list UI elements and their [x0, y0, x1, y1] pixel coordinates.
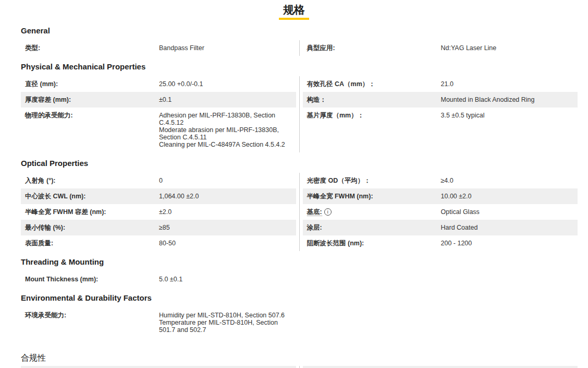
spec-row: 物理的承受能力: Adhesion per MIL-PRF-13830B, Se…	[21, 108, 578, 152]
spec-label-text: 基片厚度（mm）：	[307, 112, 364, 119]
spec-section: General 类型: Bandpass Filter 典型应用: Nd:YAG…	[21, 26, 578, 56]
spec-label: 半峰全宽 FWHM (nm):	[307, 193, 441, 200]
spec-cell-right: 光密度 OD（平均）： ≥4.0	[303, 173, 578, 188]
spec-label: 环境承受能力:	[25, 312, 159, 319]
spec-cell-right: 有效孔径 CA（mm）： 21.0	[303, 76, 578, 92]
spec-label-text: 涂层:	[307, 224, 322, 231]
section-rows: RoHS 2015: 符合标准 Certificate of Conforman…	[21, 366, 578, 368]
section-heading: 合规性	[21, 353, 578, 363]
spec-label-text: 中心波长 CWL (nm):	[25, 193, 85, 200]
column-divider	[296, 40, 303, 56]
spec-value: 1,064.00 ±2.0	[159, 193, 293, 200]
column-divider	[296, 307, 303, 338]
spec-row: 半峰全宽 FWHM 容差 (nm): ±2.0 基底:i Optical Gla…	[21, 204, 578, 220]
spec-value: Hard Coated	[441, 224, 575, 231]
spec-label-text: 半峰全宽 FWHM 容差 (nm):	[25, 208, 106, 216]
spec-cell-left: 厚度容差 (mm): ±0.1	[21, 92, 296, 108]
spec-cell-left: 直径 (mm): 25.00 +0.0/-0.1	[21, 76, 296, 92]
spec-value: 200 - 1200	[441, 240, 575, 247]
spec-row: 中心波长 CWL (nm): 1,064.00 ±2.0 半峰全宽 FWHM (…	[21, 188, 578, 204]
column-divider	[296, 188, 303, 204]
spec-value: 3.5 ±0.5 typical	[441, 112, 575, 119]
spec-label: 阻断波长范围 (nm):	[307, 240, 441, 247]
spec-row: 环境承受能力: Humidity per MIL-STD-810H, Secti…	[21, 307, 578, 338]
spec-cell-left: 类型: Bandpass Filter	[21, 40, 296, 56]
spec-row: 类型: Bandpass Filter 典型应用: Nd:YAG Laser L…	[21, 40, 578, 56]
spec-label: 最小传输 (%):	[25, 224, 159, 231]
column-divider	[296, 173, 303, 188]
spec-cell-left: 半峰全宽 FWHM 容差 (nm): ±2.0	[21, 204, 296, 220]
section-rows: 类型: Bandpass Filter 典型应用: Nd:YAG Laser L…	[21, 40, 578, 56]
spec-section: Threading & Mounting Mount Thickness (mm…	[21, 257, 578, 287]
specifications-page: 规格 General 类型: Bandpass Filter 典型应用: Nd:…	[0, 0, 588, 368]
section-rows: 环境承受能力: Humidity per MIL-STD-810H, Secti…	[21, 307, 578, 338]
spec-label-text: 入射角 (°):	[25, 177, 55, 184]
spec-cell-left: Mount Thickness (mm): 5.0 ±0.1	[21, 271, 296, 287]
spec-value: ≥85	[159, 224, 293, 231]
spec-cell-right: 基底:i Optical Glass	[303, 204, 578, 220]
spec-cell-right: 涂层: Hard Coated	[303, 220, 578, 235]
spec-section: Physical & Mechanical Properties 直径 (mm)…	[21, 62, 578, 152]
spec-row: 厚度容差 (mm): ±0.1 构造： Mounted in Black Ano…	[21, 92, 578, 108]
info-icon[interactable]: i	[324, 208, 332, 216]
section-rows: Mount Thickness (mm): 5.0 ±0.1	[21, 271, 578, 287]
spec-value: Adhesion per MIL-PRF-13830B, Section C.4…	[159, 112, 293, 148]
spec-row: 直径 (mm): 25.00 +0.0/-0.1 有效孔径 CA（mm）： 21…	[21, 76, 578, 92]
spec-value: 5.0 ±0.1	[159, 276, 293, 283]
section-heading: Optical Properties	[21, 159, 578, 168]
spec-label: 类型:	[25, 44, 159, 52]
spec-label: 半峰全宽 FWHM 容差 (nm):	[25, 208, 159, 216]
spec-row: 表面质量: 80-50 阻断波长范围 (nm): 200 - 1200	[21, 235, 578, 251]
column-divider	[296, 366, 303, 368]
spec-value: Mounted in Black Anodized Ring	[441, 96, 575, 103]
spec-value: Nd:YAG Laser Line	[441, 44, 575, 52]
spec-label: 典型应用:	[307, 44, 441, 52]
spec-row: RoHS 2015: 符合标准 Certificate of Conforman…	[21, 366, 578, 368]
spec-label-text: 光密度 OD（平均）：	[307, 177, 371, 184]
spec-label-text: 环境承受能力:	[25, 312, 66, 319]
spec-sections-container: General 类型: Bandpass Filter 典型应用: Nd:YAG…	[21, 26, 578, 368]
spec-section: Optical Properties 入射角 (°): 0 光密度 OD（平均）…	[21, 159, 578, 251]
spec-label-text: 表面质量:	[25, 240, 53, 247]
spec-label: 物理的承受能力:	[25, 112, 159, 119]
spec-cell-left: 中心波长 CWL (nm): 1,064.00 ±2.0	[21, 188, 296, 204]
spec-row: 入射角 (°): 0 光密度 OD（平均）： ≥4.0	[21, 173, 578, 188]
spec-label-text: 厚度容差 (mm):	[25, 96, 71, 103]
spec-cell-right: 典型应用: Nd:YAG Laser Line	[303, 40, 578, 56]
section-heading: Threading & Mounting	[21, 257, 578, 267]
section-rows: 入射角 (°): 0 光密度 OD（平均）： ≥4.0 中心波长 CWL (nm…	[21, 173, 578, 251]
spec-value: 0	[159, 177, 293, 184]
spec-value: Optical Glass	[441, 208, 575, 216]
spec-cell-right: 半峰全宽 FWHM (nm): 10.00 ±2.0	[303, 188, 578, 204]
spec-value: Humidity per MIL-STD-810H, Section 507.6…	[159, 312, 293, 334]
spec-label-text: 有效孔径 CA（mm）：	[307, 80, 375, 88]
column-divider	[296, 92, 303, 108]
spec-cell-right: 阻断波长范围 (nm): 200 - 1200	[303, 235, 578, 251]
spec-value: 80-50	[159, 240, 293, 247]
spec-label: 基底:i	[307, 208, 441, 216]
spec-cell-right	[303, 307, 578, 338]
spec-row: 最小传输 (%): ≥85 涂层: Hard Coated	[21, 220, 578, 235]
spec-section: 合规性 RoHS 2015: 符合标准 Certificate of Confo…	[21, 353, 578, 368]
spec-cell-left: 物理的承受能力: Adhesion per MIL-PRF-13830B, Se…	[21, 108, 296, 152]
spec-label: 构造：	[307, 96, 441, 103]
spec-label-text: 物理的承受能力:	[25, 112, 73, 119]
spec-value: ±2.0	[159, 208, 293, 216]
spec-cell-right: 基片厚度（mm）： 3.5 ±0.5 typical	[303, 108, 578, 152]
spec-value: 25.00 +0.0/-0.1	[159, 80, 293, 88]
column-divider	[296, 235, 303, 251]
spec-label-text: 构造：	[307, 96, 327, 103]
title-underline-accent	[279, 18, 309, 20]
spec-label: 直径 (mm):	[25, 80, 159, 88]
spec-label-text: 直径 (mm):	[25, 80, 58, 88]
spec-label: 入射角 (°):	[25, 177, 159, 184]
tooltip-label[interactable]: 基底:	[307, 208, 322, 216]
section-rows: 直径 (mm): 25.00 +0.0/-0.1 有效孔径 CA（mm）： 21…	[21, 76, 578, 152]
section-heading: Physical & Mechanical Properties	[21, 62, 578, 72]
page-header: 规格	[0, 0, 588, 20]
spec-value: ≥4.0	[441, 177, 575, 184]
column-divider	[296, 271, 303, 287]
spec-value: Bandpass Filter	[159, 44, 293, 52]
spec-label-text: 最小传输 (%):	[25, 224, 65, 231]
spec-cell-left: 表面质量: 80-50	[21, 235, 296, 251]
